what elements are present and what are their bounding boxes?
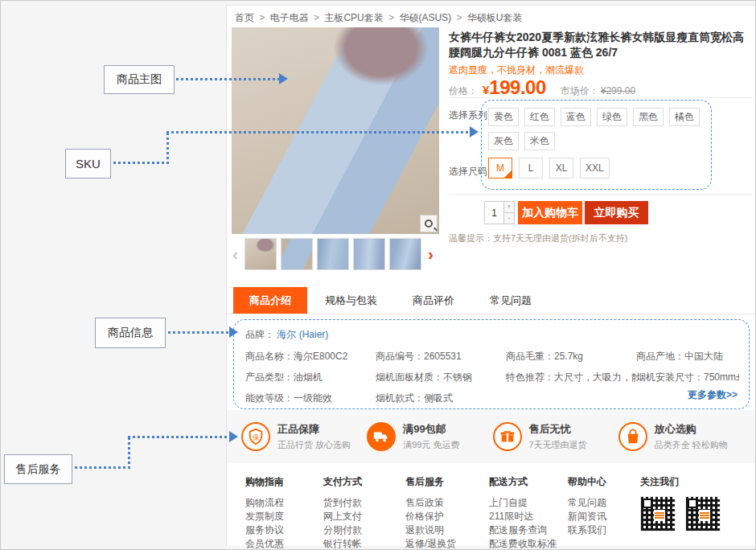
spec-label: 烟机安装尺寸： — [636, 371, 704, 383]
gallery-thumbnail[interactable] — [317, 238, 349, 270]
breadcrumb-item[interactable]: 华硕(ASUS) — [399, 12, 451, 23]
arrow-line-service — [75, 466, 129, 469]
gallery-thumbnail[interactable] — [353, 238, 385, 270]
breadcrumb-item[interactable]: 电子电器 — [270, 12, 309, 23]
svg-text:保: 保 — [253, 434, 259, 441]
footer-link[interactable]: 服务协议 — [245, 523, 284, 537]
truck-icon — [367, 422, 396, 451]
footer-column: 购物指南购物流程发票制度服务协议会员优惠 — [245, 475, 284, 550]
spec-value: 不锈钢 — [443, 371, 472, 383]
more-params-link[interactable]: 更多参数>> — [688, 388, 738, 402]
detail-tabbar: 商品介绍规格与包装商品评价常见问题 — [227, 287, 755, 314]
quantity-decrease-button[interactable]: - — [504, 213, 514, 224]
service-desc: 正品行货 放心选购 — [277, 439, 351, 451]
footer-link[interactable]: 211限时达 — [489, 510, 557, 523]
site-footer: 购物指南购物流程发票制度服务协议会员优惠支付方式货到付款网上支付分期付款银行转帐… — [227, 464, 755, 546]
footer-link[interactable]: 分期付款 — [323, 523, 362, 537]
service-text: 放心选购品类齐全 轻松购物 — [655, 422, 728, 451]
tab-item[interactable]: 常见问题 — [472, 287, 549, 314]
footer-link[interactable]: 价格保护 — [405, 510, 456, 523]
service-item: 满99包邮满99元 免运费 — [367, 422, 492, 451]
product-title: 女裤牛仔裤女2020夏季新款泫雅长裤女韩版显瘦直筒宽松高腰阔腿九分牛仔裤 008… — [449, 30, 754, 60]
spec-label: 特色推荐： — [506, 371, 554, 383]
footer-link[interactable]: 购物流程 — [245, 496, 284, 510]
spec-value: 一级能效 — [294, 392, 332, 404]
footer-link[interactable]: 发票制度 — [245, 510, 284, 523]
tab-active[interactable]: 商品介绍 — [233, 287, 307, 314]
service-desc: 7天无理由退货 — [529, 439, 587, 451]
footer-column: 配送方式上门自提211限时达配送服务查询配送费收取标准海外配送 — [489, 475, 557, 550]
spec-field: 产品类型：油烟机 — [245, 371, 376, 384]
footer-link[interactable]: 退款说明 — [405, 523, 456, 537]
arrow-line-service — [128, 436, 229, 438]
spec-value: 大尺寸，大吸力，静音... — [554, 371, 636, 383]
footer-link[interactable]: 常见问题 — [568, 496, 606, 510]
size-option[interactable]: XXL — [580, 158, 610, 179]
color-option[interactable]: 红色 — [524, 108, 555, 126]
quantity-value[interactable]: 1 — [485, 202, 503, 224]
sku-selection-box: 黄色红色蓝色绿色黑色橘色灰色米色 MLXLXXL — [481, 100, 712, 190]
footer-link[interactable]: 上门自提 — [489, 496, 557, 510]
gallery-thumbnail[interactable] — [389, 238, 421, 270]
color-option[interactable]: 绿色 — [597, 108, 627, 126]
size-option[interactable]: XL — [549, 158, 573, 179]
breadcrumb-item[interactable]: 主板CPU套装 — [324, 12, 383, 23]
thumbnail-strip: ‹ › — [230, 237, 436, 271]
currency-symbol: ¥ — [483, 83, 489, 96]
tab-item[interactable]: 规格与包装 — [307, 287, 395, 314]
arrow-line-sku — [113, 162, 167, 164]
image-zoom-button[interactable] — [420, 215, 438, 232]
size-option[interactable]: M — [488, 158, 512, 179]
annotation-sku-label: SKU — [65, 149, 111, 179]
color-option[interactable]: 蓝色 — [561, 108, 591, 126]
color-option[interactable]: 黄色 — [488, 108, 519, 126]
footer-column-title: 关注我们 — [640, 475, 721, 489]
market-price-value: ¥299.00 — [601, 85, 635, 96]
qr-code — [640, 496, 676, 532]
qr-code — [685, 496, 721, 532]
gallery-thumbnail[interactable] — [244, 238, 277, 270]
footer-link[interactable]: 新闻资讯 — [568, 510, 606, 523]
footer-link[interactable]: 银行转帐 — [323, 537, 362, 550]
buy-now-button[interactable]: 立即购买 — [585, 201, 648, 224]
service-item: 售后无忧7天无理由退货 — [493, 422, 618, 451]
price-row: 价格： ¥ 199.00 市场价： ¥299.00 — [449, 76, 635, 99]
service-text: 售后无忧7天无理由退货 — [529, 422, 587, 451]
footer-link[interactable]: 会员优惠 — [245, 537, 284, 550]
return-policy-notice: 温馨提示：支持7天无理由退货(拆封后不支持) — [449, 232, 627, 244]
brand-label: 品牌： — [245, 329, 274, 340]
annotation-main-image-label: 商品主图 — [104, 65, 175, 94]
footer-link[interactable]: 返修/退换货 — [405, 537, 456, 550]
color-option[interactable]: 米色 — [524, 132, 555, 150]
footer-column-title: 支付方式 — [323, 475, 362, 489]
breadcrumb-item[interactable]: 华硕板U套装 — [467, 12, 523, 23]
footer-link[interactable]: 货到付款 — [323, 496, 362, 510]
color-option[interactable]: 灰色 — [488, 132, 519, 150]
color-option[interactable]: 橘色 — [669, 108, 700, 126]
spec-label: 产品类型： — [245, 371, 294, 383]
footer-link[interactable]: 售后政策 — [405, 496, 456, 510]
gallery-thumbnail[interactable] — [281, 238, 313, 270]
spec-field: 商品名称：海尔E800C2 — [245, 350, 376, 363]
gallery-prev-icon[interactable]: ‹ — [230, 238, 240, 270]
quantity-increase-button[interactable]: + — [504, 202, 514, 213]
gallery-next-icon[interactable]: › — [425, 238, 436, 270]
add-to-cart-button[interactable]: 加入购物车 — [518, 201, 582, 224]
footer-link[interactable]: 联系我们 — [568, 523, 606, 537]
footer-link[interactable]: 网上支付 — [323, 510, 362, 523]
service-text: 正品保障正品行货 放心选购 — [277, 422, 351, 451]
shield-icon: 保 — [241, 422, 270, 451]
footer-column: 售后服务售后政策价格保护退款说明返修/退换货取消订单 — [405, 475, 456, 550]
gift-box-icon — [493, 422, 522, 451]
spec-value: 中国大陆 — [684, 351, 723, 362]
footer-link[interactable]: 配送服务查询 — [489, 523, 557, 537]
breadcrumb-item[interactable]: 首页 — [235, 12, 254, 23]
product-spec-grid: 商品名称：海尔E800C2商品编号：2605531商品毛重：25.7kg商品产地… — [245, 350, 739, 405]
footer-column-title: 帮助中心 — [568, 475, 606, 489]
brand-link[interactable]: 海尔 (Haier) — [277, 329, 328, 340]
size-option[interactable]: L — [519, 158, 543, 179]
tab-item[interactable]: 商品评价 — [395, 287, 472, 314]
color-option[interactable]: 黑色 — [633, 108, 664, 126]
service-title: 放心选购 — [655, 422, 728, 437]
footer-link[interactable]: 配送费收取标准 — [489, 537, 557, 550]
